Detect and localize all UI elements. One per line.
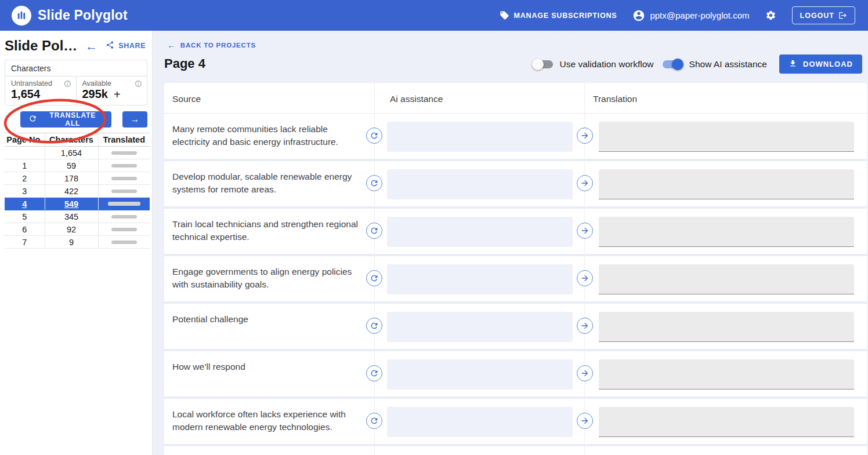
account-icon [632,9,645,22]
source-text: How we’ll respond [172,361,366,373]
translation-row: Local workforce often lacks experience w… [164,399,867,446]
copy-to-translation-button[interactable] [577,318,593,334]
forward-arrow-icon: → [130,114,139,125]
copy-to-translation-button[interactable] [577,365,593,381]
settings-button[interactable] [765,10,776,21]
app-title: Slide Polyglot [38,8,128,23]
project-title: Slide Pol… [5,38,77,54]
page-row-2[interactable]: 2 178 [5,172,150,185]
translated-progress [98,236,150,249]
manage-subscriptions-button[interactable]: MANAGE SUBSCRIPTIONS [500,10,617,20]
translation-input[interactable] [599,407,854,437]
retranslate-button[interactable] [366,175,382,191]
pages-table-header-characters: Characters [45,133,98,147]
gear-icon [765,10,776,21]
page-row-4-selected[interactable]: 4 549 [5,198,150,210]
retranslate-button[interactable] [366,128,382,144]
pages-table-header-translated: Translated [98,133,150,147]
app-logo-icon [12,6,31,26]
translation-input[interactable] [599,217,854,247]
copy-to-translation-button[interactable] [577,128,593,144]
toggle-off-switch[interactable] [533,60,553,68]
translated-progress [98,159,150,172]
source-text: Train local technicians and strengthen r… [172,218,366,243]
translation-input[interactable] [599,359,854,390]
info-icon[interactable] [135,80,142,88]
translated-progress [98,210,150,223]
ai-assistance-box [387,264,573,294]
page-number: 7 [5,236,45,249]
share-button[interactable]: SHARE [106,41,146,52]
translation-row: Many remote communities lack reliable el… [164,114,867,161]
page-row-5[interactable]: 5 345 [5,210,150,223]
page-characters: 9 [45,236,98,249]
source-text: Potential challenge [172,313,366,326]
page-row-3[interactable]: 3 422 [5,185,150,198]
page-row-total[interactable]: 1,654 [5,147,150,159]
page-characters: 178 [45,172,98,185]
download-icon [789,59,797,70]
tag-icon [500,10,509,20]
translation-input[interactable] [599,312,854,342]
validation-workflow-toggle[interactable]: Use validation workflow [533,59,654,70]
characters-panel: Characters Untranslated 1,654 Available [5,60,147,105]
info-icon[interactable] [64,80,71,88]
back-to-projects-link[interactable]: ← BACK TO PROJECTS [167,40,256,50]
page-row-1[interactable]: 1 59 [5,159,150,172]
sidebar-scrollbar-track[interactable] [152,31,157,455]
sidebar: Slide Pol… ← SHARE Characters Untranslat… [0,31,152,455]
available-cell: Available 295k + [76,77,147,105]
translate-all-label: TRANSLATE ALL [42,111,103,128]
translate-all-button[interactable]: TRANSLATE ALL [20,111,111,128]
pages-table: Page No. Characters Translated 1,654 1 5… [5,133,150,249]
page-row-6[interactable]: 6 92 [5,223,150,236]
add-characters-icon[interactable]: + [114,89,121,100]
ai-assistance-column-header: Ai assistance [390,94,443,104]
next-page-button[interactable]: → [122,111,147,128]
ai-assistance-box [387,122,573,152]
source-text: Develop modular, scalable renewable ener… [172,170,366,196]
main-area: ← BACK TO PROJECTS Page 4 Use validation… [157,31,868,455]
account-menu[interactable]: pptx@paper-polyglot.com [632,9,749,22]
copy-to-translation-button[interactable] [577,223,593,239]
translation-input[interactable] [599,264,854,294]
translation-row: Potential challenge [164,304,867,351]
copy-to-translation-button[interactable] [577,270,593,286]
translated-progress [98,223,150,236]
page-number: 3 [5,185,45,198]
translation-row: Develop modular, scalable renewable ener… [164,161,867,209]
available-label: Available [82,79,112,88]
retranslate-button[interactable] [366,365,382,381]
account-email: pptx@paper-polyglot.com [650,10,749,20]
copy-to-translation-button[interactable] [577,175,593,191]
translation-table: Source Ai assistance Translation Many re… [164,83,867,455]
page-characters: 59 [45,159,98,172]
download-button[interactable]: DOWNLOAD [779,54,862,74]
translation-input[interactable] [599,169,854,199]
ai-assistance-box [387,359,573,390]
toggle-on-switch[interactable] [663,60,682,68]
translated-progress [98,185,150,198]
logout-button[interactable]: LOGOUT [792,6,855,24]
page-number [5,147,45,159]
retranslate-button[interactable] [366,270,382,286]
ai-assistance-box [387,407,573,437]
translation-input[interactable] [599,122,854,152]
page-number: 5 [5,210,45,223]
untranslated-cell: Untranslated 1,654 [5,77,76,105]
translation-row: How we’ll respond [164,351,867,399]
source-column-header: Source [172,94,201,104]
page-row-7[interactable]: 7 9 [5,236,150,249]
ai-assistance-toggle[interactable]: Show AI assistance [663,59,767,70]
validation-workflow-label: Use validation workflow [560,59,654,70]
copy-to-translation-button[interactable] [577,413,593,429]
ai-assistance-label: Show AI assistance [689,59,767,70]
retranslate-button[interactable] [366,413,382,429]
retranslate-button[interactable] [366,318,382,334]
back-arrow-icon[interactable]: ← [85,40,97,52]
page-number: 4 [5,198,45,210]
ai-assistance-box [387,169,573,199]
page-characters: 345 [45,210,98,223]
logout-icon [838,11,847,20]
retranslate-button[interactable] [366,223,382,239]
